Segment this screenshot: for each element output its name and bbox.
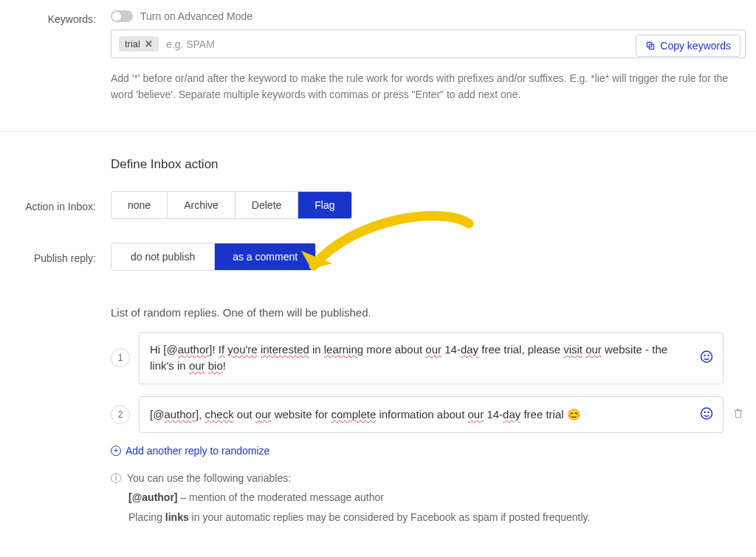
links-warning-rest: in your automatic replies may be conside… — [189, 511, 591, 523]
reply-number: 2 — [111, 405, 130, 424]
emoji-picker-icon[interactable] — [699, 350, 714, 367]
inbox-action-archive[interactable]: Archive — [168, 192, 236, 218]
reply-row: 1 Hi [@author]! If you're interested in … — [111, 332, 746, 384]
links-warning-prefix: Placing — [128, 511, 165, 523]
inbox-action-flag[interactable]: Flag — [298, 192, 351, 218]
publish-reply-label: Publish reply: — [0, 249, 111, 264]
copy-icon — [645, 41, 656, 51]
keyword-chip-label: trial — [125, 38, 140, 49]
keywords-label: Keywords: — [0, 10, 111, 25]
remove-keyword-icon[interactable]: ✕ — [145, 39, 153, 49]
svg-point-7 — [708, 412, 709, 412]
reply-input[interactable]: Hi [@author]! If you're interested in le… — [139, 332, 724, 384]
links-bold: links — [165, 511, 189, 523]
reply-text: [@author], check out our website for com… — [150, 406, 581, 423]
publish-reply-comment[interactable]: as a comment — [215, 243, 315, 270]
author-variable: [@author] — [128, 491, 178, 503]
keywords-input[interactable]: trial ✕ e.g. SPAM Copy keywords — [111, 30, 746, 58]
reply-input[interactable]: [@author], check out our website for com… — [139, 396, 724, 433]
add-reply-label: Add another reply to randomize — [126, 445, 269, 457]
svg-point-3 — [704, 356, 705, 356]
variables-info: i You can use the following variables: [… — [111, 468, 746, 527]
keyword-chip: trial ✕ — [119, 36, 159, 52]
info-icon: i — [111, 473, 121, 483]
replies-list-label: List of random replies. One of them will… — [111, 306, 746, 319]
annotation-arrow-icon — [288, 210, 480, 299]
advanced-mode-toggle[interactable] — [111, 10, 133, 22]
reply-number: 1 — [111, 348, 130, 367]
copy-keywords-button[interactable]: Copy keywords — [636, 35, 740, 57]
keywords-help-text: Add '*' before or/and after the keyword … — [111, 70, 746, 103]
action-in-inbox-label: Action in Inbox: — [0, 198, 111, 212]
reply-row: 2 [@author], check out our website for c… — [111, 396, 746, 433]
svg-point-6 — [704, 412, 705, 412]
advanced-mode-toggle-label: Turn on Advanced Mode — [140, 10, 252, 22]
svg-point-4 — [708, 356, 709, 356]
keywords-placeholder: e.g. SPAM — [166, 38, 215, 50]
variables-info-head: You can use the following variables: — [127, 468, 291, 488]
section-divider — [0, 131, 756, 132]
delete-reply-icon[interactable] — [732, 406, 746, 422]
plus-icon: + — [111, 446, 121, 456]
add-reply-link[interactable]: + Add another reply to randomize — [111, 445, 746, 457]
inbox-action-segment: none Archive Delete Flag — [111, 191, 352, 219]
inbox-action-title: Define Inbox action — [111, 157, 746, 172]
reply-text: Hi [@author]! If you're interested in le… — [150, 342, 690, 375]
author-variable-desc: – mention of the moderated message autho… — [178, 491, 384, 503]
copy-keywords-label: Copy keywords — [660, 40, 731, 52]
svg-point-2 — [701, 351, 712, 362]
inbox-action-none[interactable]: none — [111, 192, 168, 218]
publish-reply-segment: do not publish as a comment — [111, 243, 316, 271]
publish-reply-no[interactable]: do not publish — [111, 243, 215, 270]
inbox-action-delete[interactable]: Delete — [236, 192, 298, 218]
emoji-picker-icon[interactable] — [699, 406, 714, 423]
svg-point-5 — [701, 408, 712, 419]
